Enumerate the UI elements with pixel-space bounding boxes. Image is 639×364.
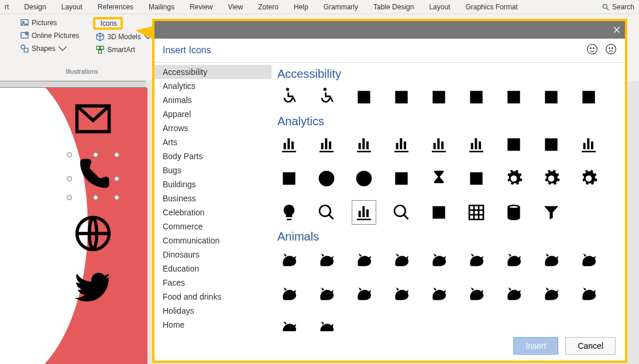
icon-duck[interactable] [502, 282, 525, 305]
icon-hamster-wheel[interactable] [390, 248, 413, 272]
icon-bar-chart-up[interactable] [352, 133, 376, 156]
menu-design[interactable]: Design [24, 3, 46, 11]
icon-dog[interactable] [315, 248, 338, 272]
icon-mouse[interactable] [465, 248, 488, 272]
menu-layout[interactable]: Layout [61, 3, 83, 11]
category-food-and-drinks[interactable]: Food and drinks [154, 290, 272, 304]
globe-icon[interactable] [70, 214, 116, 253]
icon-stopwatch[interactable] [465, 167, 488, 190]
cancel-button[interactable]: Cancel [565, 337, 616, 355]
menu-zotero[interactable]: Zotero [258, 3, 279, 11]
icon-funnel[interactable] [540, 201, 563, 224]
icon-brain-gear[interactable] [577, 167, 600, 190]
icon-hourglass[interactable] [427, 167, 451, 190]
category-arrows[interactable]: Arrows [154, 121, 272, 135]
category-animals[interactable]: Animals [154, 93, 272, 107]
icon-family-accessible[interactable] [352, 85, 376, 109]
category-commerce[interactable]: Commerce [154, 219, 272, 233]
icon-line-chart-down[interactable] [390, 133, 413, 156]
icon-target[interactable] [315, 167, 338, 190]
selected-phone-shape[interactable] [70, 156, 116, 197]
category-celebration[interactable]: Celebration [154, 205, 272, 219]
pictures-button[interactable]: Pictures [18, 17, 59, 29]
shapes-button[interactable]: Shapes [18, 43, 70, 54]
icon-scatter-chart[interactable] [465, 133, 488, 156]
icon-data-grid[interactable] [465, 201, 488, 224]
icon-snake[interactable] [502, 248, 525, 272]
tell-me-search[interactable]: Search [602, 3, 634, 11]
category-faces[interactable]: Faces [154, 276, 272, 290]
icon-frog[interactable] [577, 248, 600, 272]
icon-fishbowl[interactable] [352, 248, 376, 272]
icon-bar-chart-down[interactable] [315, 133, 338, 156]
icon-turkey[interactable] [465, 282, 488, 305]
category-holidays[interactable]: Holidays [154, 304, 272, 318]
menu-references[interactable]: References [98, 3, 133, 11]
online-pictures-button[interactable]: Online Pictures [18, 30, 81, 42]
icon-braille[interactable] [540, 85, 563, 109]
category-arts[interactable]: Arts [154, 135, 272, 149]
category-bugs[interactable]: Bugs [154, 163, 272, 177]
icon-bat[interactable] [315, 282, 338, 305]
icon-magnifier[interactable] [315, 201, 338, 224]
icon-presentation-screen[interactable] [540, 133, 563, 156]
icon-sign-language[interactable] [465, 85, 488, 109]
icon-eye-watch[interactable] [390, 201, 413, 224]
category-dinosaurs[interactable]: Dinosaurs [154, 248, 272, 262]
smile-icon[interactable] [586, 43, 598, 55]
icon-turtle[interactable] [540, 248, 563, 272]
icon-presentation[interactable] [502, 133, 525, 156]
category-apparel[interactable]: Apparel [154, 107, 272, 121]
icon-crosshair[interactable] [352, 167, 376, 190]
category-accessibility[interactable]: Accessibility [154, 65, 272, 79]
icon-gear[interactable] [502, 167, 525, 190]
icon-chicken[interactable] [540, 282, 563, 305]
icon-wheelchair-active[interactable] [315, 85, 338, 109]
icon-cat[interactable] [277, 248, 301, 272]
menu-mailings[interactable]: Mailings [149, 3, 174, 11]
twitter-bird-icon[interactable] [70, 270, 116, 309]
envelope-icon[interactable] [70, 99, 116, 138]
icon-line-chart-up[interactable] [427, 133, 451, 156]
icon-magnifier-chart[interactable] [352, 201, 376, 224]
icon-closed-caption[interactable] [427, 85, 451, 109]
icon-pie-chart[interactable] [577, 133, 600, 156]
icon-goat[interactable] [315, 316, 338, 331]
icon-database[interactable] [502, 201, 525, 224]
category-analytics[interactable]: Analytics [154, 79, 272, 93]
frown-icon[interactable] [605, 43, 617, 55]
category-education[interactable]: Education [154, 262, 272, 276]
category-list[interactable]: AccessibilityAnalyticsAnimalsApparelArro… [154, 63, 272, 331]
icon-rabbit[interactable] [427, 248, 451, 272]
menu-table-design[interactable]: Table Design [373, 3, 414, 11]
icon-blind-cane[interactable] [390, 85, 413, 109]
insert-button[interactable]: Insert [513, 337, 558, 355]
menu-grammarly[interactable]: Grammarly [324, 3, 358, 11]
category-buildings[interactable]: Buildings [154, 177, 272, 191]
icon-hummingbird[interactable] [390, 282, 413, 305]
icon-wheelchair[interactable] [277, 85, 301, 109]
category-communication[interactable]: Communication [154, 233, 272, 248]
menu-review[interactable]: Review [190, 3, 212, 11]
icon-low-vision[interactable] [502, 85, 525, 109]
icon-fish[interactable] [277, 282, 301, 305]
menu-graphics-format[interactable]: Graphics Format [465, 3, 517, 11]
icon-tactics-board[interactable] [427, 201, 451, 224]
menu-view[interactable]: View [228, 3, 243, 11]
icon-venn-diagram[interactable] [277, 167, 301, 190]
menu-layout2[interactable]: Layout [429, 3, 450, 11]
category-home[interactable]: Home [154, 318, 272, 331]
icon-rooster[interactable] [577, 282, 600, 305]
icon-bar-chart[interactable] [277, 133, 301, 156]
icon-bird[interactable] [352, 282, 376, 305]
smartart-button[interactable]: SmartArt [93, 44, 137, 56]
icon-cow[interactable] [277, 316, 301, 331]
menu-insert[interactable]: rt [5, 3, 9, 11]
icon-owl[interactable] [427, 282, 451, 305]
icon-gauge[interactable] [390, 167, 413, 190]
icon-tty-phone[interactable] [577, 85, 600, 109]
icon-gears[interactable] [540, 167, 563, 190]
icon-lightbulb[interactable] [277, 201, 301, 224]
close-icon[interactable] [612, 25, 621, 35]
category-business[interactable]: Business [154, 191, 272, 205]
